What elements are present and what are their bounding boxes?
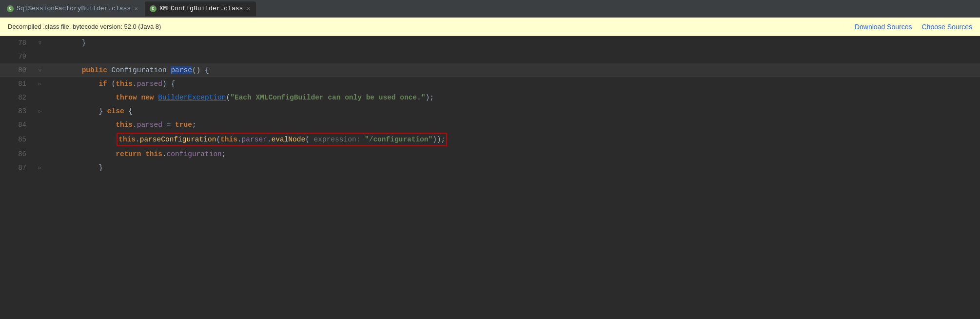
tab-close-xmlconfig[interactable]: ✕ — [246, 5, 251, 12]
line-code-87: } — [46, 161, 980, 175]
line-gutter-80: ▽ — [34, 63, 46, 77]
line-code-80: public Configuration parse() { — [46, 63, 980, 77]
line-number-85: 85 — [0, 133, 34, 146]
builder-exception-link[interactable]: BuilderException — [158, 94, 226, 101]
line-number-86: 86 — [0, 147, 34, 161]
info-bar: Decompiled .class file, bytecode version… — [0, 18, 980, 36]
download-sources-link[interactable]: Download Sources — [855, 23, 912, 31]
line-number-78: 78 — [0, 36, 34, 50]
line-code-81: if (this.parsed) { — [46, 77, 980, 91]
line-number-79: 79 — [0, 50, 34, 63]
line-code-82: throw new BuilderException("Each XMLConf… — [46, 91, 980, 104]
line-code-78: } — [46, 36, 980, 50]
fold-arrow-80[interactable]: ▽ — [39, 67, 41, 73]
fold-arrow-81[interactable]: ▷ — [39, 81, 41, 87]
line-code-79 — [46, 50, 980, 63]
line-code-85: this.parseConfiguration(this.parser.eval… — [46, 133, 980, 146]
line-number-84: 84 — [0, 118, 34, 132]
line-number-81: 81 — [0, 77, 34, 91]
line-gutter-84 — [34, 118, 46, 132]
table-row: 85 this.parseConfiguration(this.parser.e… — [0, 132, 980, 147]
highlighted-code-box: this.parseConfiguration(this.parser.eval… — [117, 133, 447, 146]
editor-container: C SqlSessionFactoryBuilder.class ✕ C XML… — [0, 0, 980, 319]
tab-icon-xmlconfig: C — [150, 5, 157, 12]
table-row: 84 this.parsed = true; — [0, 118, 980, 132]
fold-arrow-78[interactable]: ▽ — [39, 40, 41, 46]
code-area: 78 ▽ } 79 80 ▽ public Configuratio — [0, 36, 980, 319]
table-row: 82 throw new BuilderException("Each XMLC… — [0, 91, 980, 104]
tab-label-xmlconfig: XMLConfigBuilder.class — [159, 5, 243, 12]
line-gutter-79 — [34, 50, 46, 63]
fold-arrow-83[interactable]: ▷ — [39, 108, 41, 114]
line-number-87: 87 — [0, 161, 34, 175]
line-gutter-87: ▷ — [34, 161, 46, 175]
tab-xmlconfig[interactable]: C XMLConfigBuilder.class ✕ — [145, 1, 256, 16]
tab-close-sqlfactory[interactable]: ✕ — [134, 5, 139, 12]
choose-sources-link[interactable]: Choose Sources — [921, 23, 972, 31]
tab-label-sqlfactory: SqlSessionFactoryBuilder.class — [17, 5, 131, 12]
line-gutter-83: ▷ — [34, 104, 46, 118]
line-number-83: 83 — [0, 104, 34, 118]
line-gutter-81: ▷ — [34, 77, 46, 91]
table-row: 78 ▽ } — [0, 36, 980, 50]
tab-sqlfactory[interactable]: C SqlSessionFactoryBuilder.class ✕ — [2, 1, 144, 16]
tab-bar: C SqlSessionFactoryBuilder.class ✕ C XML… — [0, 0, 980, 18]
line-gutter-78: ▽ — [34, 36, 46, 50]
tab-icon-sqlfactory: C — [7, 5, 14, 12]
fold-arrow-87[interactable]: ▷ — [39, 165, 41, 171]
info-bar-actions: Download Sources Choose Sources — [855, 23, 972, 31]
line-gutter-82 — [34, 91, 46, 104]
line-number-82: 82 — [0, 91, 34, 104]
decompile-info-text: Decompiled .class file, bytecode version… — [8, 23, 161, 30]
line-code-86: return this.configuration; — [46, 147, 980, 161]
line-number-80: 80 — [0, 63, 34, 77]
line-gutter-86 — [34, 147, 46, 161]
line-code-84: this.parsed = true; — [46, 118, 980, 132]
table-row: 79 — [0, 50, 980, 63]
table-row: 80 ▽ public Configuration parse() { — [0, 63, 980, 77]
table-row: 87 ▷ } — [0, 161, 980, 175]
table-row: 81 ▷ if (this.parsed) { — [0, 77, 980, 91]
table-row: 83 ▷ } else { — [0, 104, 980, 118]
table-row: 86 return this.configuration; — [0, 147, 980, 161]
line-code-83: } else { — [46, 104, 980, 118]
